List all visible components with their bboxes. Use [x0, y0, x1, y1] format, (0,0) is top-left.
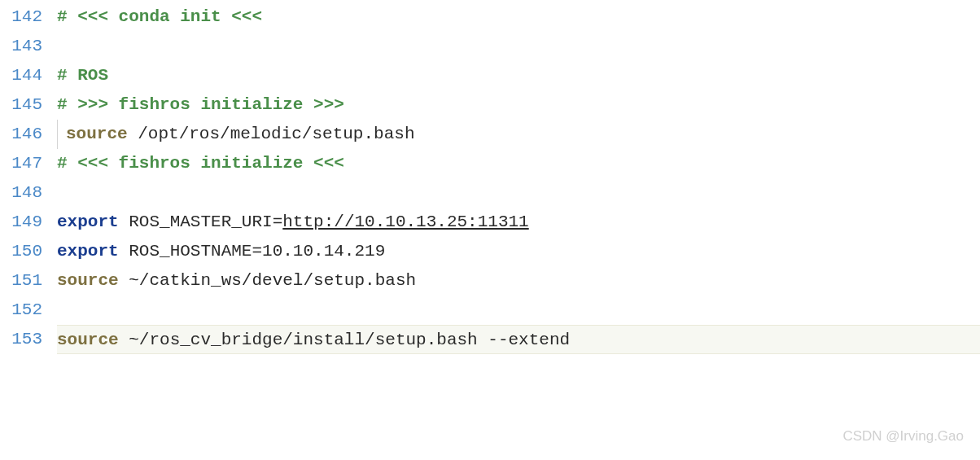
code-line[interactable]	[57, 296, 980, 325]
code-token-text: ROS_MASTER_URI=	[119, 212, 283, 231]
line-number-gutter: 142143144145146147148149150151152153	[0, 2, 57, 354]
code-line[interactable]: # ROS	[57, 61, 980, 90]
code-line[interactable]: # <<< fishros initialize <<<	[57, 149, 980, 178]
line-number: 153	[0, 325, 42, 354]
code-token-keyword: export	[57, 212, 119, 231]
code-line[interactable]	[57, 178, 980, 208]
code-line[interactable]: export ROS_HOSTNAME=10.10.14.219	[57, 237, 980, 266]
watermark: CSDN @Irving.Gao	[842, 425, 964, 449]
code-token-comment: # <<< fishros initialize <<<	[57, 154, 344, 173]
code-line[interactable]: # <<< conda init <<<	[57, 2, 980, 32]
code-token-builtin: source	[57, 331, 119, 349]
line-number: 145	[0, 90, 42, 120]
code-token-builtin: source	[57, 271, 119, 290]
line-number: 149	[0, 208, 42, 237]
code-line[interactable]: source /opt/ros/melodic/setup.bash	[57, 120, 980, 149]
code-token-comment: # >>> fishros initialize >>>	[57, 95, 344, 114]
line-number: 150	[0, 237, 42, 266]
line-number: 147	[0, 149, 42, 178]
code-token-text: /opt/ros/melodic/setup.bash	[128, 125, 415, 143]
code-token-comment: # <<< conda init <<<	[57, 7, 262, 26]
code-line[interactable]: source ~/ros_cv_bridge/install/setup.bas…	[57, 325, 980, 354]
line-number: 143	[0, 32, 42, 61]
line-number: 148	[0, 178, 42, 208]
line-number: 142	[0, 2, 42, 32]
code-token-text: ROS_HOSTNAME=10.10.14.219	[119, 242, 386, 261]
code-token-url: http://10.10.13.25:11311	[282, 212, 528, 231]
line-number: 151	[0, 266, 42, 296]
code-token-keyword: export	[57, 242, 119, 261]
line-number: 144	[0, 61, 42, 90]
code-token-text: ~/ros_cv_bridge/install/setup.bash --ext…	[119, 331, 571, 349]
code-token-comment: # ROS	[57, 66, 108, 85]
code-content[interactable]: # <<< conda init <<<# ROS# >>> fishros i…	[57, 2, 980, 354]
code-line[interactable]: source ~/catkin_ws/devel/setup.bash	[57, 266, 980, 296]
line-number: 152	[0, 296, 42, 325]
code-line[interactable]: # >>> fishros initialize >>>	[57, 90, 980, 120]
line-number: 146	[0, 120, 42, 149]
code-token-builtin: source	[66, 125, 128, 143]
code-line[interactable]	[57, 32, 980, 61]
code-line[interactable]: export ROS_MASTER_URI=http://10.10.13.25…	[57, 208, 980, 237]
indent-guide	[57, 120, 58, 149]
code-token-text: ~/catkin_ws/devel/setup.bash	[119, 271, 416, 290]
code-editor[interactable]: 142143144145146147148149150151152153 # <…	[0, 0, 980, 354]
